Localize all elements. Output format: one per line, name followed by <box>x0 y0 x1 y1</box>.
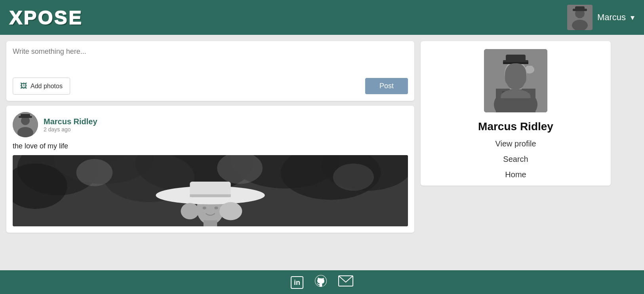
svg-point-27 <box>202 207 206 209</box>
svg-rect-33 <box>496 89 535 112</box>
svg-rect-23 <box>204 220 217 226</box>
svg-rect-4 <box>575 6 585 10</box>
main-content: 🖼 Add photos Post <box>0 35 644 270</box>
header-avatar-placeholder <box>567 5 593 30</box>
post-timestamp: 2 days ago <box>44 126 97 133</box>
mail-icon[interactable] <box>338 275 353 289</box>
svg-point-37 <box>526 92 529 95</box>
logo: XPOSE <box>10 7 83 28</box>
svg-point-44 <box>518 73 522 76</box>
feed-area: 🖼 Add photos Post <box>6 41 414 264</box>
user-menu[interactable]: Marcus ▾ <box>567 5 634 30</box>
svg-rect-26 <box>190 194 231 197</box>
profile-name: Marcus Ridley <box>421 117 611 139</box>
post-avatar <box>13 112 38 137</box>
svg-point-39 <box>505 61 527 86</box>
post-user-name: Marcus Ridley <box>44 117 97 126</box>
home-link[interactable]: Home <box>505 170 526 179</box>
svg-point-21 <box>333 163 374 191</box>
footer: in <box>0 270 644 294</box>
profile-card: Marcus Ridley View profile Search Home <box>421 41 611 186</box>
svg-point-19 <box>76 159 113 186</box>
svg-point-45 <box>525 66 534 74</box>
github-icon[interactable] <box>314 275 327 290</box>
svg-rect-41 <box>506 55 526 63</box>
svg-point-29 <box>219 202 242 220</box>
profile-main-image <box>484 49 547 112</box>
svg-point-30 <box>181 203 199 219</box>
post-user-info: Marcus Ridley 2 days ago <box>44 117 97 133</box>
user-avatar-header <box>567 5 593 30</box>
linkedin-icon[interactable]: in <box>291 275 303 289</box>
photo-icon: 🖼 <box>20 82 27 90</box>
post-header: Marcus Ridley 2 days ago <box>13 112 408 137</box>
right-sidebar: Marcus Ridley View profile Search Home <box>421 41 611 264</box>
post-composer: 🖼 Add photos Post <box>6 41 414 101</box>
svg-rect-38 <box>510 78 522 89</box>
post-image <box>13 155 408 226</box>
svg-point-28 <box>214 207 218 209</box>
svg-rect-46 <box>526 66 533 70</box>
profile-image-area <box>421 41 611 117</box>
profile-links: View profile Search Home <box>421 139 611 179</box>
search-link[interactable]: Search <box>503 155 528 164</box>
svg-point-34 <box>502 91 505 94</box>
add-photos-label: Add photos <box>30 83 63 90</box>
chevron-down-icon: ▾ <box>631 13 634 22</box>
post-text: the love of my life <box>13 142 408 150</box>
svg-rect-42 <box>503 62 528 64</box>
composer-actions: 🖼 Add photos Post <box>13 78 408 95</box>
post-card: Marcus Ridley 2 days ago the love of my … <box>6 106 414 233</box>
svg-point-36 <box>518 90 521 93</box>
add-photos-button[interactable]: 🖼 Add photos <box>13 78 70 95</box>
composer-textarea[interactable] <box>13 47 408 71</box>
user-name-header: Marcus <box>597 12 626 23</box>
svg-point-43 <box>509 73 513 76</box>
view-profile-link[interactable]: View profile <box>495 139 536 148</box>
header: XPOSE Marcus ▾ <box>0 0 644 35</box>
post-button[interactable]: Post <box>365 78 408 94</box>
svg-rect-9 <box>21 114 30 118</box>
svg-point-35 <box>511 89 513 92</box>
